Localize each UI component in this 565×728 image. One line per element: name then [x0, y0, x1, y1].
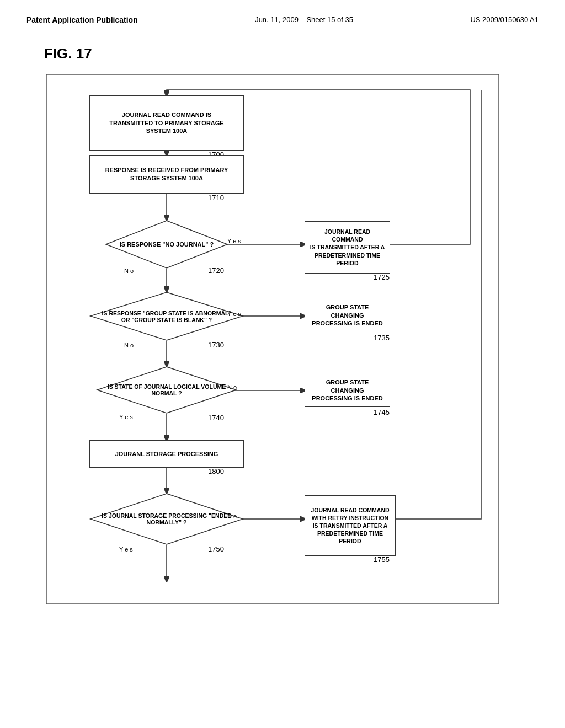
node-1710-id: 1710 — [208, 194, 224, 202]
node-1740-yes: Y e s — [119, 414, 133, 420]
node-1745-label: GROUP STATE CHANGING PROCESSING IS ENDED — [310, 378, 385, 403]
node-1700-label: JOURNAL READ COMMAND IS TRANSMITTED TO P… — [109, 111, 223, 136]
node-1745-id: 1745 — [374, 408, 390, 416]
node-1710-label: RESPONSE IS RECEIVED FROM PRIMARY STORAG… — [105, 166, 228, 183]
node-1725: JOURNAL READ COMMAND IS TRANSMITTED AFTE… — [305, 221, 390, 274]
node-1730-label: IS RESPONSE "GROUP STATE IS ABNORMAL" OR… — [88, 291, 245, 341]
publication-label: Patent Application Publication — [26, 15, 138, 24]
date-label: Jun. 11, 2009 — [255, 15, 299, 24]
node-1720-diamond: IS RESPONSE "NO JOURNAL" ? — [103, 220, 230, 269]
node-1755-id: 1755 — [374, 555, 390, 564]
figure-title: FIG. 17 — [0, 24, 565, 62]
node-1730-diamond: IS RESPONSE "GROUP STATE IS ABNORMAL" OR… — [88, 291, 245, 341]
node-1735: GROUP STATE CHANGING PROCESSING IS ENDED — [305, 297, 390, 334]
page-header: Patent Application Publication Jun. 11, … — [0, 0, 565, 24]
patent-number: US 2009/0150630 A1 — [470, 15, 539, 24]
node-1750-diamond: IS JOURNAL STORAGE PROCESSING "ENDED NOR… — [88, 493, 245, 545]
node-1750-yes: Y e s — [119, 546, 133, 553]
node-1750-label: IS JOURNAL STORAGE PROCESSING "ENDED NOR… — [88, 493, 245, 545]
node-1800: JOURANL STORAGE PROCESSING — [89, 440, 244, 468]
node-1735-id: 1735 — [374, 334, 390, 342]
node-1755: JOURNAL READ COMMAND WITH RETRY INSTRUCT… — [305, 495, 396, 556]
node-1725-label: JOURNAL READ COMMAND IS TRANSMITTED AFTE… — [310, 228, 385, 267]
sheet-label: Sheet 15 of 35 — [306, 15, 353, 24]
node-1800-id: 1800 — [208, 467, 224, 475]
node-1720-label: IS RESPONSE "NO JOURNAL" ? — [103, 220, 230, 269]
node-1800-label: JOURANL STORAGE PROCESSING — [115, 450, 218, 458]
node-1745: GROUP STATE CHANGING PROCESSING IS ENDED — [305, 374, 390, 407]
node-1700: JOURNAL READ COMMAND IS TRANSMITTED TO P… — [89, 95, 244, 151]
header-center: Jun. 11, 2009 Sheet 15 of 35 — [255, 15, 353, 24]
node-1735-label: GROUP STATE CHANGING PROCESSING IS ENDED — [310, 303, 385, 328]
node-1730-no: N o — [124, 342, 134, 349]
node-1740-diamond: IS STATE OF JOURNAL LOGICAL VOLUME NORMA… — [95, 366, 238, 414]
diagram-area: JOURNAL READ COMMAND IS TRANSMITTED TO P… — [45, 73, 520, 680]
node-1730-id: 1730 — [208, 341, 224, 349]
node-1755-label: JOURNAL READ COMMAND WITH RETRY INSTRUCT… — [311, 506, 389, 545]
node-1725-id: 1725 — [374, 273, 390, 281]
node-1740-id: 1740 — [208, 414, 224, 422]
node-1740-label: IS STATE OF JOURNAL LOGICAL VOLUME NORMA… — [95, 366, 238, 414]
node-1750-id: 1750 — [208, 545, 224, 553]
node-1710: RESPONSE IS RECEIVED FROM PRIMARY STORAG… — [89, 155, 244, 194]
